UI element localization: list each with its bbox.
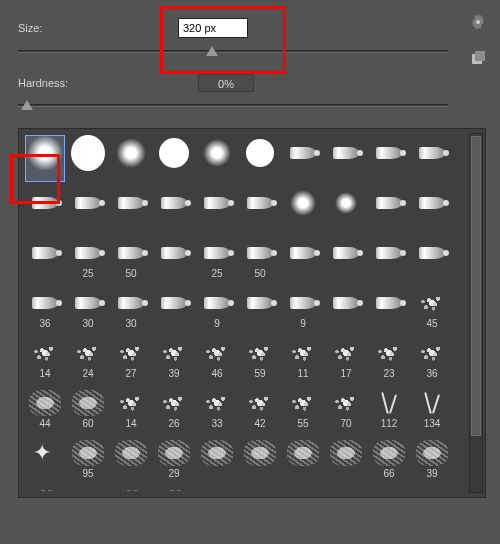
brush-preset[interactable] <box>25 185 65 232</box>
brush-preset[interactable]: 36 <box>25 285 65 332</box>
brush-preset[interactable] <box>68 135 108 182</box>
brush-preset[interactable]: 27 <box>111 335 151 382</box>
brush-preset[interactable]: 29 <box>154 435 194 482</box>
brush-size-label: 55 <box>297 418 308 429</box>
brush-preset[interactable] <box>197 135 237 182</box>
brush-size-label: 9 <box>300 318 306 329</box>
brush-preset[interactable] <box>154 135 194 182</box>
brush-preset[interactable] <box>283 235 323 282</box>
brush-preset[interactable]: 26 <box>154 385 194 432</box>
brush-preset[interactable] <box>197 435 237 482</box>
brush-preset[interactable]: 59 <box>240 335 280 382</box>
brush-preset[interactable] <box>283 435 323 482</box>
brush-preset[interactable]: 55 <box>197 485 237 491</box>
brush-scrollbar[interactable] <box>469 133 483 493</box>
brush-preset[interactable] <box>412 135 452 182</box>
brush-size-label: 70 <box>340 418 351 429</box>
brush-preset[interactable]: 42 <box>240 385 280 432</box>
brush-preset[interactable] <box>111 435 151 482</box>
brush-preset[interactable]: 24 <box>68 335 108 382</box>
brush-preset[interactable] <box>111 185 151 232</box>
size-input[interactable] <box>178 18 248 38</box>
brush-preset[interactable] <box>154 235 194 282</box>
brush-preset[interactable]: 32 <box>154 485 194 491</box>
brush-preset[interactable] <box>154 185 194 232</box>
brush-size-label: 23 <box>383 368 394 379</box>
brush-preset[interactable]: 39 <box>412 435 452 482</box>
gear-icon[interactable] <box>470 14 486 30</box>
brush-preset[interactable]: 25 <box>68 235 108 282</box>
brush-preset[interactable] <box>197 185 237 232</box>
brush-preset[interactable]: 46 <box>197 335 237 382</box>
brush-preset[interactable]: 48 <box>111 485 151 491</box>
brush-preset[interactable] <box>283 135 323 182</box>
brush-size-label: 25 <box>82 268 93 279</box>
brush-preset[interactable] <box>25 135 65 182</box>
brush-preset[interactable]: 50 <box>111 235 151 282</box>
brush-size-label: 25 <box>211 268 222 279</box>
brush-preset[interactable]: 11 <box>283 335 323 382</box>
brush-preset[interactable]: 9 <box>283 285 323 332</box>
brush-size-label: 95 <box>82 468 93 479</box>
brush-preset[interactable] <box>412 185 452 232</box>
brush-preset[interactable]: 112 <box>369 385 409 432</box>
brush-preset[interactable] <box>283 185 323 232</box>
brush-preset[interactable]: 36 <box>412 335 452 382</box>
brush-preset[interactable]: 25 <box>197 235 237 282</box>
brush-preset[interactable]: 55 <box>283 385 323 432</box>
brush-preset[interactable]: 63 <box>25 485 65 491</box>
brush-preset[interactable]: 60 <box>68 385 108 432</box>
brush-preset[interactable]: 30 <box>68 285 108 332</box>
brush-preset[interactable]: ✦ <box>25 435 65 482</box>
brush-preset[interactable] <box>412 235 452 282</box>
svg-rect-2 <box>475 51 485 61</box>
hardness-readout[interactable]: 0% <box>198 74 254 92</box>
hardness-slider[interactable] <box>18 98 448 114</box>
brush-preset[interactable] <box>369 285 409 332</box>
brush-preset[interactable]: 23 <box>369 335 409 382</box>
brush-preset[interactable] <box>111 135 151 182</box>
brush-size-label: 27 <box>125 368 136 379</box>
brush-preset[interactable]: 11 <box>68 485 108 491</box>
brush-size-label: 46 <box>211 368 222 379</box>
brush-preset[interactable]: 50 <box>240 235 280 282</box>
brush-size-label: 26 <box>168 418 179 429</box>
brush-preset[interactable]: 39 <box>154 335 194 382</box>
brush-size-label: 39 <box>168 368 179 379</box>
brush-size-label: 33 <box>211 418 222 429</box>
brush-preset[interactable]: 134 <box>412 385 452 432</box>
brush-preset[interactable] <box>326 185 366 232</box>
brush-preset[interactable] <box>240 285 280 332</box>
new-preset-icon[interactable] <box>470 50 486 66</box>
brush-preset[interactable] <box>25 235 65 282</box>
brush-preset[interactable] <box>326 435 366 482</box>
brush-preset[interactable]: 100 <box>240 485 280 491</box>
brush-preset[interactable]: 14 <box>25 335 65 382</box>
brush-preset[interactable]: 66 <box>369 435 409 482</box>
brush-preset[interactable] <box>369 235 409 282</box>
brush-preset[interactable]: 45 <box>412 285 452 332</box>
size-slider[interactable] <box>18 44 448 60</box>
brush-preset[interactable]: 33 <box>197 385 237 432</box>
brush-preset[interactable]: 44 <box>25 385 65 432</box>
brush-preset[interactable] <box>326 135 366 182</box>
brush-preset[interactable] <box>240 185 280 232</box>
brush-preset[interactable]: 70 <box>326 385 366 432</box>
brush-preset[interactable] <box>68 185 108 232</box>
brush-preset[interactable] <box>154 285 194 332</box>
brush-preset[interactable] <box>240 435 280 482</box>
brush-size-label: 36 <box>39 318 50 329</box>
brush-size-label: 11 <box>297 368 308 379</box>
brush-preset[interactable] <box>240 135 280 182</box>
brush-preset[interactable]: 9 <box>197 285 237 332</box>
brush-preset[interactable]: 30 <box>111 285 151 332</box>
brush-size-label: 59 <box>254 368 265 379</box>
brush-preset[interactable]: 95 <box>68 435 108 482</box>
brush-preset[interactable] <box>369 135 409 182</box>
brush-preset[interactable] <box>326 235 366 282</box>
brush-preset[interactable] <box>369 185 409 232</box>
brush-preset[interactable] <box>326 285 366 332</box>
brush-size-label: 42 <box>254 418 265 429</box>
brush-preset[interactable]: 17 <box>326 335 366 382</box>
brush-preset[interactable]: 14 <box>111 385 151 432</box>
